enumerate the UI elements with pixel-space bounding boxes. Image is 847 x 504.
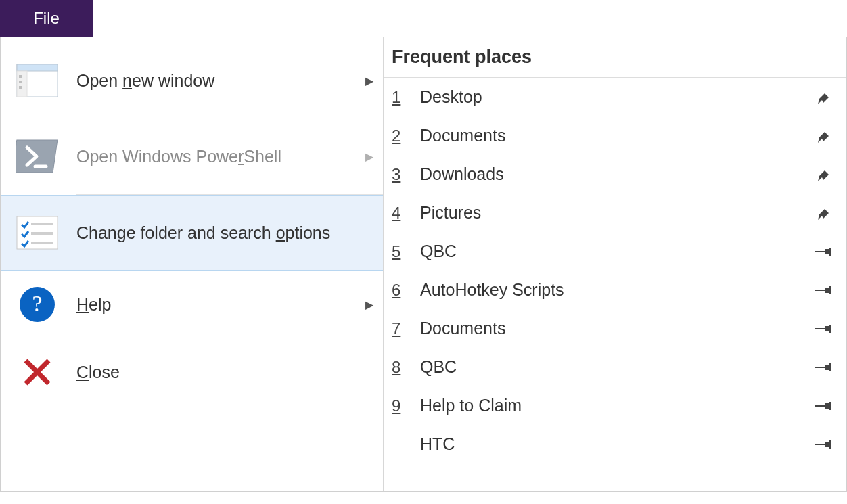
pin-outline-icon[interactable] xyxy=(815,242,834,261)
svg-rect-23 xyxy=(825,326,829,331)
frequent-places-header: Frequent places xyxy=(384,37,846,78)
help-item[interactable]: ? Help ▶ xyxy=(1,271,383,338)
svg-rect-26 xyxy=(825,365,829,370)
svg-rect-29 xyxy=(825,403,829,409)
pin-filled-icon[interactable] xyxy=(815,165,834,184)
file-menu-commands: Open new window ▶ Open Windows PowerShel… xyxy=(1,37,384,491)
place-accelerator: 2 xyxy=(392,127,411,145)
submenu-arrow-icon: ▶ xyxy=(356,74,383,87)
window-icon xyxy=(14,58,60,104)
frequent-place-item[interactable]: 5QBC xyxy=(384,232,846,271)
pin-outline-icon[interactable] xyxy=(815,281,834,300)
svg-rect-20 xyxy=(825,288,829,293)
status-bar xyxy=(0,492,847,504)
place-accelerator: 6 xyxy=(392,281,411,300)
options-icon xyxy=(14,210,60,256)
frequent-place-item[interactable]: 4Pictures xyxy=(384,193,846,232)
open-powershell-label: Open Windows PowerShell xyxy=(76,147,356,166)
frequent-place-item[interactable]: 7Documents xyxy=(384,309,846,348)
svg-rect-30 xyxy=(829,402,831,410)
place-name: QBC xyxy=(420,242,815,261)
svg-rect-21 xyxy=(829,286,831,294)
pin-outline-icon[interactable] xyxy=(815,319,834,338)
frequent-place-item[interactable]: 8QBC xyxy=(384,348,846,386)
powershell-icon xyxy=(14,133,60,179)
place-name: QBC xyxy=(420,357,815,377)
folder-options-label: Change folder and search options xyxy=(76,223,383,243)
svg-rect-18 xyxy=(829,248,831,256)
place-name: Documents xyxy=(420,319,815,338)
frequent-place-item[interactable]: HTC xyxy=(384,425,846,463)
open-new-window-label: Open new window xyxy=(76,71,356,91)
file-menu-body: Open new window ▶ Open Windows PowerShel… xyxy=(0,37,847,492)
frequent-places-list: 1Desktop2Documents3Downloads4Pictures5QB… xyxy=(384,78,846,491)
help-label: Help xyxy=(76,295,356,315)
file-menu-window: File Open new window xyxy=(0,0,847,504)
folder-options-item[interactable]: Change folder and search options xyxy=(1,195,383,271)
place-accelerator: 5 xyxy=(392,242,411,261)
svg-rect-32 xyxy=(825,442,829,447)
close-label: Close xyxy=(76,363,383,382)
pin-filled-icon[interactable] xyxy=(815,88,834,107)
pin-filled-icon[interactable] xyxy=(815,127,834,145)
open-powershell-item[interactable]: Open Windows PowerShell ▶ xyxy=(1,118,383,194)
place-name: Help to Claim xyxy=(420,396,815,415)
svg-rect-24 xyxy=(829,325,831,333)
place-name: Downloads xyxy=(420,164,815,184)
frequent-place-item[interactable]: 1Desktop xyxy=(384,78,846,116)
place-name: Desktop xyxy=(420,87,815,107)
place-name: Documents xyxy=(420,126,815,145)
frequent-place-item[interactable]: 9Help to Claim xyxy=(384,386,846,425)
pin-outline-icon[interactable] xyxy=(815,396,834,415)
place-accelerator: 8 xyxy=(392,358,411,377)
frequent-place-item[interactable]: 2Documents xyxy=(384,116,846,155)
pin-outline-icon[interactable] xyxy=(815,358,834,377)
ribbon-tabs: File xyxy=(0,0,847,37)
open-new-window-item[interactable]: Open new window ▶ xyxy=(1,43,383,118)
pin-outline-icon[interactable] xyxy=(815,435,834,454)
svg-rect-27 xyxy=(829,363,831,371)
file-tab[interactable]: File xyxy=(0,0,93,37)
place-name: HTC xyxy=(420,434,815,454)
submenu-arrow-icon: ▶ xyxy=(356,150,383,163)
place-name: Pictures xyxy=(420,203,815,223)
submenu-arrow-icon: ▶ xyxy=(356,298,383,311)
place-accelerator: 4 xyxy=(392,204,411,223)
place-accelerator: 7 xyxy=(392,319,411,338)
place-accelerator: 3 xyxy=(392,165,411,184)
close-item[interactable]: Close xyxy=(1,338,383,406)
frequent-place-item[interactable]: 3Downloads xyxy=(384,155,846,193)
place-accelerator: 9 xyxy=(392,396,411,415)
svg-rect-3 xyxy=(19,75,22,78)
svg-text:?: ? xyxy=(32,291,42,316)
frequent-place-item[interactable]: 6AutoHotkey Scripts xyxy=(384,271,846,309)
place-name: AutoHotkey Scripts xyxy=(420,280,815,300)
pin-filled-icon[interactable] xyxy=(815,204,834,223)
svg-rect-1 xyxy=(17,64,58,71)
help-icon: ? xyxy=(14,281,60,327)
place-accelerator: 1 xyxy=(392,88,411,107)
svg-rect-33 xyxy=(829,440,831,449)
frequent-places-pane: Frequent places 1Desktop2Documents3Downl… xyxy=(384,37,846,491)
svg-rect-2 xyxy=(17,71,27,97)
svg-rect-5 xyxy=(19,86,22,89)
svg-rect-17 xyxy=(825,249,829,254)
svg-rect-4 xyxy=(19,81,22,83)
close-icon xyxy=(14,349,60,395)
